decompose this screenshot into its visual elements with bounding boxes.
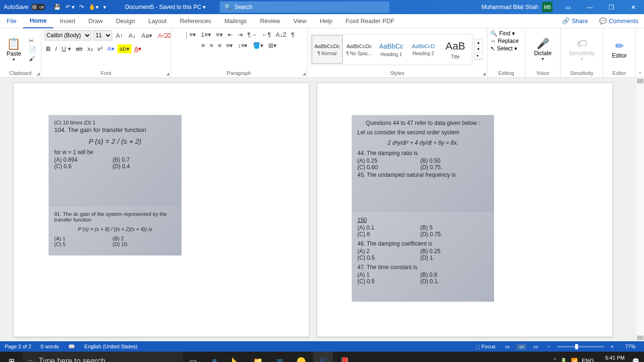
- format-painter-icon[interactable]: 🖌: [29, 55, 36, 62]
- strike-button[interactable]: ab: [74, 44, 84, 53]
- font-size-select[interactable]: 11: [93, 30, 112, 41]
- style-no-spacing[interactable]: AaBbCcDc¶ No Spac...: [344, 35, 375, 64]
- autosave-toggle[interactable]: AutoSave Off: [0, 4, 49, 10]
- tab-home[interactable]: Home: [23, 14, 53, 28]
- sort-icon[interactable]: A↓Z: [274, 30, 289, 39]
- paste-button[interactable]: 📋 Paste ▾: [3, 35, 25, 64]
- decrease-indent-icon[interactable]: ⇤: [226, 30, 235, 39]
- style-title[interactable]: AaBTitle: [440, 35, 471, 64]
- zoom-in-icon[interactable]: +: [608, 344, 617, 349]
- web-layout-icon[interactable]: ▭: [530, 344, 541, 350]
- embedded-image-1[interactable]: (C) 10 times (D) 1 104. The gain for tra…: [49, 115, 182, 206]
- align-left-icon[interactable]: ≡: [199, 41, 207, 50]
- matlab-icon[interactable]: 📐: [226, 352, 246, 362]
- tab-design[interactable]: Design: [109, 14, 141, 28]
- battery-icon[interactable]: 🔋: [560, 358, 567, 362]
- replace-button[interactable]: ↔ Replace: [490, 38, 519, 44]
- align-right-icon[interactable]: ≡: [216, 41, 223, 50]
- multilevel-icon[interactable]: ≡▾: [214, 30, 225, 39]
- text-effects-icon[interactable]: A▾: [106, 44, 117, 53]
- styles-launcher[interactable]: ◢: [483, 72, 486, 76]
- show-marks-icon[interactable]: ¶: [289, 30, 297, 39]
- italic-button[interactable]: I: [53, 44, 59, 53]
- start-button[interactable]: ⊞: [0, 352, 23, 362]
- word-count[interactable]: 0 words: [36, 344, 64, 349]
- embedded-image-2[interactable]: 91. The dc gain of the system represente…: [49, 206, 182, 255]
- minimize-icon[interactable]: ―: [579, 0, 601, 14]
- style-heading2[interactable]: AaBbCcDHeading 2: [408, 35, 439, 64]
- customize-icon[interactable]: ▾: [103, 4, 106, 10]
- word-icon[interactable]: W: [313, 352, 333, 362]
- tab-references[interactable]: References: [173, 14, 217, 28]
- shading-icon[interactable]: 🪣▾: [251, 41, 265, 50]
- document-area[interactable]: (C) 10 times (D) 1 104. The gain for tra…: [0, 78, 644, 341]
- gallery-up-icon[interactable]: ▲: [475, 40, 482, 46]
- paragraph-launcher[interactable]: ◢: [303, 72, 305, 76]
- edge-icon[interactable]: e: [205, 352, 224, 362]
- tab-review[interactable]: Review: [254, 14, 287, 28]
- numbering-icon[interactable]: 1≡▾: [199, 30, 213, 39]
- ltr-icon[interactable]: ¶→: [246, 30, 259, 39]
- increase-indent-icon[interactable]: ⇥: [236, 30, 245, 39]
- highlight-icon[interactable]: ab▾: [117, 44, 131, 53]
- collapse-ribbon-icon[interactable]: ⌃: [636, 28, 644, 77]
- shrink-font-icon[interactable]: A↓: [127, 31, 138, 40]
- editor-button[interactable]: ✏ Editor: [606, 38, 632, 61]
- tab-insert[interactable]: Insert: [53, 14, 82, 28]
- font-color-icon[interactable]: A▾: [132, 44, 144, 53]
- save-icon[interactable]: 💾: [54, 4, 61, 10]
- justify-icon[interactable]: ≡▾: [224, 41, 235, 50]
- spell-check-icon[interactable]: 📖: [64, 344, 80, 350]
- show-hidden-icon[interactable]: ˄: [553, 358, 556, 362]
- bullets-icon[interactable]: ⋮≡▾: [182, 30, 198, 39]
- focus-mode-button[interactable]: ⬚ Focus: [472, 344, 498, 350]
- comments-button[interactable]: 💬 Comments: [594, 14, 644, 28]
- page-indicator[interactable]: Page 2 of 2: [0, 344, 36, 349]
- gallery-more-icon[interactable]: ▾: [475, 53, 482, 59]
- tell-me-search[interactable]: 🔍 Search: [220, 1, 389, 13]
- underline-button[interactable]: U ▾: [60, 44, 73, 53]
- read-mode-icon[interactable]: ▭: [502, 344, 512, 350]
- style-heading1[interactable]: AaBbCcHeading 1: [376, 35, 407, 64]
- maximize-icon[interactable]: ❐: [601, 0, 622, 14]
- tab-mailings[interactable]: Mailings: [218, 14, 254, 28]
- gallery-down-icon[interactable]: ▼: [475, 46, 482, 53]
- foxit-icon[interactable]: 📕: [335, 352, 355, 362]
- font-name-select[interactable]: Calibri (Body): [44, 30, 91, 41]
- vertical-scrollbar[interactable]: [636, 78, 644, 341]
- task-view-icon[interactable]: ▭: [183, 352, 203, 362]
- embedded-image-3[interactable]: Questions 44 to 47 refer to data given b…: [352, 115, 494, 212]
- clipboard-launcher[interactable]: ◢: [37, 72, 40, 76]
- tab-foxit[interactable]: Foxit Reader PDF: [339, 14, 401, 28]
- change-case-icon[interactable]: Aa▾: [140, 31, 154, 40]
- wifi-icon[interactable]: 📶: [571, 358, 578, 362]
- find-button[interactable]: 🔍 Find ▾: [490, 30, 515, 37]
- superscript-button[interactable]: x²: [96, 44, 105, 53]
- scroll-up-icon[interactable]: [637, 79, 644, 83]
- tab-file[interactable]: File: [0, 14, 23, 28]
- notifications-icon[interactable]: 💬: [632, 358, 639, 362]
- system-clock[interactable]: 5:41 PM 1/25/2021: [598, 355, 628, 362]
- align-center-icon[interactable]: ≡: [208, 41, 215, 50]
- toggle-switch[interactable]: Off: [31, 4, 45, 10]
- embedded-image-4[interactable]: 150 (A) 0.1(B) 5 (C) 8(D) 0.75. 46. The …: [352, 212, 494, 302]
- rtl-icon[interactable]: ←¶: [260, 30, 273, 39]
- dictate-button[interactable]: 🎤 Dictate ▾: [528, 36, 557, 63]
- subscript-button[interactable]: x₂: [85, 44, 95, 53]
- explorer-icon[interactable]: 📁: [248, 352, 268, 362]
- zoom-out-icon[interactable]: −: [545, 344, 553, 349]
- copy-icon[interactable]: 📄: [29, 46, 36, 53]
- bold-button[interactable]: B: [44, 44, 52, 53]
- language-indicator[interactable]: English (United States): [80, 344, 142, 349]
- zoom-level[interactable]: 77%: [620, 344, 640, 349]
- font-launcher[interactable]: ◢: [166, 72, 169, 76]
- share-button[interactable]: 🔗 Share: [556, 14, 594, 28]
- tab-draw[interactable]: Draw: [82, 14, 109, 28]
- style-normal[interactable]: AaBbCcDc¶ Normal: [312, 35, 343, 64]
- scroll-down-icon[interactable]: [637, 336, 644, 340]
- line-spacing-icon[interactable]: ↕≡▾: [236, 41, 249, 50]
- ribbon-display-icon[interactable]: ▭: [557, 0, 579, 14]
- zoom-slider[interactable]: [557, 346, 604, 347]
- undo-icon[interactable]: ↶ ▾: [66, 4, 74, 10]
- grow-font-icon[interactable]: A↑: [114, 31, 125, 40]
